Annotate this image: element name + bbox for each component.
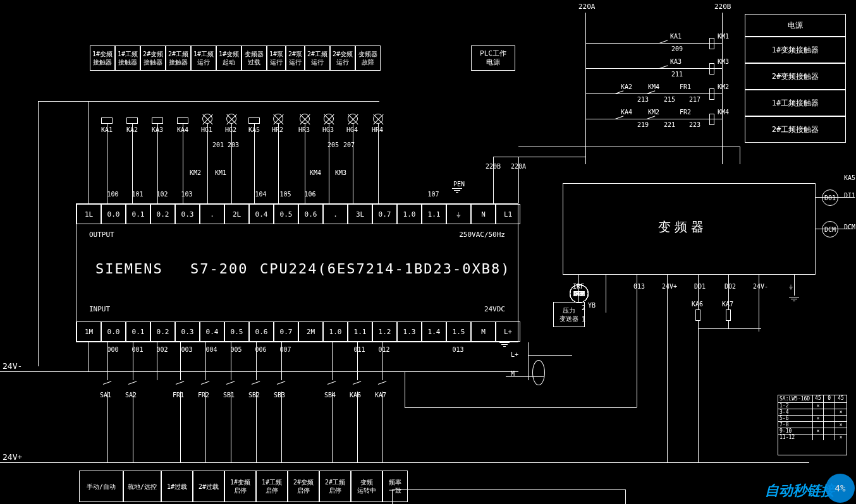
in-term-12: 1.2 xyxy=(372,321,397,342)
24v-minus-rail xyxy=(0,371,518,372)
watermark-text: 自动秒链接 xyxy=(765,481,835,500)
out-term-10: . xyxy=(323,204,348,224)
in-term-10: 1.0 xyxy=(323,321,348,342)
out-term-17: L1 xyxy=(496,204,520,224)
out-term-9: 0.6 xyxy=(298,204,323,224)
vfd-below-labels: IRF 013 24V+ DO1 DO2 24V- ⏚ xyxy=(569,283,800,290)
km4-label: KM4 xyxy=(310,169,321,176)
in-term-1: 0.0 xyxy=(101,321,126,342)
out-term-4: 0.3 xyxy=(175,204,200,224)
in-term-15: 1.5 xyxy=(446,321,471,342)
top-label-11: 变频器故障 xyxy=(355,45,381,71)
out-term-3: 0.2 xyxy=(150,204,175,224)
out-term-12: 0.7 xyxy=(372,204,397,224)
vfd-title: 变频器 xyxy=(658,219,707,236)
in-wire-row: 000 001 002 003 004 005 006 007 011 012 … xyxy=(76,346,470,353)
sa-table: SA:LW5-16D 45 0 45 1-2× 3-4× 5-6× 7-8× 9… xyxy=(778,395,847,455)
in-term-7: 0.6 xyxy=(249,321,274,342)
in-term-9: 2M xyxy=(298,321,323,342)
plc-model: S7-200 xyxy=(190,261,248,277)
1l-rail xyxy=(88,101,89,203)
rail-220b-label: 220B xyxy=(714,3,731,11)
24v-plus-rail xyxy=(0,462,809,463)
out-term-8: 0.5 xyxy=(274,204,298,224)
m-label: M xyxy=(511,370,515,377)
in-term-17: L+ xyxy=(496,321,520,342)
out-term-2: 0.1 xyxy=(126,204,150,224)
left-common-down xyxy=(38,101,39,366)
vfd-box: 变频器 IRF ACM FB FC DO1 DO2 DCM PE xyxy=(563,183,816,275)
top-label-9: 2#工频运行 xyxy=(305,45,330,71)
km1-label: KM1 xyxy=(215,169,226,176)
in-term-3: 0.2 xyxy=(150,321,175,342)
in-term-11: 1.1 xyxy=(348,321,372,342)
out-term-0: 1L xyxy=(76,204,101,224)
top-label-1: 1#工频接触器 xyxy=(115,45,140,71)
bottom-label-strip: 手动/自动 就地/远控 1#过载 2#过载 1#变频 启停 1#工频 启停 2#… xyxy=(79,471,408,502)
out-term-1: 0.0 xyxy=(101,204,126,224)
out-term-6: 2L xyxy=(224,204,249,224)
zoom-badge: 4% xyxy=(826,474,855,503)
km2-label: KM2 xyxy=(190,169,201,176)
in-term-13: 1.3 xyxy=(397,321,422,342)
in-term-14: 1.4 xyxy=(422,321,446,342)
wire-201: 201 xyxy=(212,141,224,148)
plc-cpu: CPU224(6ES7214-1BD23-0XB8) xyxy=(260,261,510,277)
legend-panel: 电源 1#变频接触器 2#变频接触器 1#工频接触器 2#工频接触器 xyxy=(745,14,846,143)
top-label-0: 1#变频接触器 xyxy=(90,45,115,71)
plc-power-label: PLC工作电源 xyxy=(471,45,515,71)
out-term-5: . xyxy=(200,204,224,224)
plc-body: 1L 0.0 0.1 0.2 0.3 . 2L 0.4 0.5 0.6 . 3L… xyxy=(76,203,518,342)
in-term-16: M xyxy=(471,321,496,342)
in-term-4: 0.3 xyxy=(175,321,200,342)
vfd-dcm-circ: DCM xyxy=(822,221,838,237)
top-label-10: 2#变频运行 xyxy=(330,45,355,71)
out-term-7: 0.4 xyxy=(249,204,274,224)
output-common-rail xyxy=(38,101,379,102)
wire-203: 203 xyxy=(228,141,239,148)
output-label: OUTPUT xyxy=(89,231,114,239)
plc-brand: SIEMENS xyxy=(95,261,163,277)
shield-icon xyxy=(532,360,545,385)
vfd-di1-circ: D01 xyxy=(822,189,838,206)
top-label-5: 1#变频起动 xyxy=(216,45,242,71)
km3-label: KM3 xyxy=(335,169,346,176)
out-term-16: N xyxy=(471,204,496,224)
24v-minus-label: 24V- xyxy=(3,361,22,371)
input-label: INPUT xyxy=(89,305,110,313)
rail-220a-label: 220A xyxy=(578,3,596,11)
out-term-14: 1.1 xyxy=(422,204,446,224)
in-term-0: 1M xyxy=(76,321,101,342)
top-label-3: 2#工频接触器 xyxy=(166,45,191,71)
pressure-transmitter: 压力 变送器 xyxy=(553,302,585,327)
out-term-15: ⏚ xyxy=(446,204,471,224)
top-label-4: 1#工频运行 xyxy=(191,45,216,71)
top-label-strip: 1#变频接触器 1#工频接触器 2#变频接触器 2#工频接触器 1#工频运行 1… xyxy=(90,45,381,71)
lplus-label: L+ xyxy=(511,351,518,358)
top-label-7: 1#泵运行 xyxy=(267,45,286,71)
out-wire-row: 100 101 102 103 104 105 106 107 xyxy=(76,191,446,198)
in-term-6: 0.5 xyxy=(224,321,249,342)
in-term-5: 0.4 xyxy=(200,321,224,342)
24v-plus-label: 24V+ xyxy=(3,452,22,462)
rail-220a-line xyxy=(585,13,586,164)
out-term-13: 1.0 xyxy=(397,204,422,224)
dc-label: 24VDC xyxy=(484,305,505,313)
bottom-partial-box xyxy=(392,489,626,504)
in-term-2: 0.1 xyxy=(126,321,150,342)
in-term-8: 0.7 xyxy=(274,321,298,342)
out-term-11: 3L xyxy=(348,204,372,224)
top-label-2: 2#变频接触器 xyxy=(140,45,166,71)
top-label-6: 变频器过载 xyxy=(242,45,267,71)
top-label-8: 2#泵运行 xyxy=(286,45,305,71)
ac-label: 250VAC/50Hz xyxy=(459,231,505,239)
